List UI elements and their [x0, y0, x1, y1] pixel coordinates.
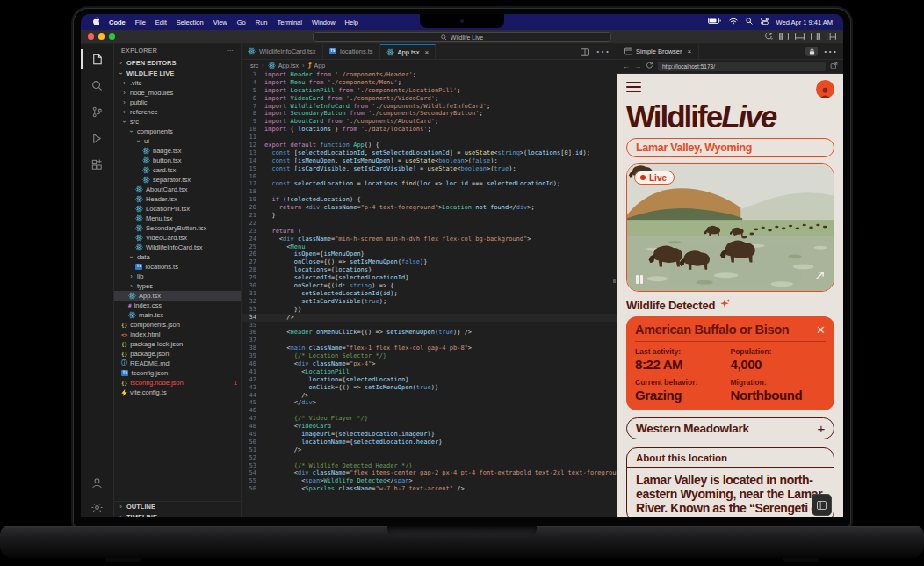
code-line-3[interactable]: 3import Header from './components/Header… [242, 71, 617, 79]
tree-item-ui[interactable]: ›ui [114, 136, 241, 146]
code-line-7[interactable]: 7import WildlifeInfoCard from './compone… [242, 103, 617, 111]
code-line-44[interactable]: 44 /> [242, 392, 617, 400]
code-line-24[interactable]: 24 <div className="min-h-screen min-h-dv… [242, 236, 617, 243]
close-window-button[interactable] [88, 33, 94, 40]
code-line-50[interactable]: 50 locationName={selectedLocation.header… [242, 439, 617, 446]
breadcrumb-App[interactable]: ƒApp [307, 62, 325, 69]
code-line-13[interactable]: 13 const [selectedLocationId, setSelecte… [242, 149, 617, 157]
spotlight-search-icon[interactable] [746, 18, 753, 26]
tree-item-data[interactable]: ›data [114, 252, 241, 262]
menu-go[interactable]: Go [237, 18, 246, 26]
lock-icon[interactable] [805, 47, 818, 56]
code-line-56[interactable]: 56 <Sparkles className="w-7 h-7 text-acc… [242, 485, 617, 493]
breadcrumb-App.tsx[interactable]: App.tsx [268, 62, 299, 69]
code-line-51[interactable]: 51 /> [242, 446, 617, 454]
tree-item-card.tsx[interactable]: card.tsx [114, 165, 241, 175]
tree-item-components[interactable]: ›components [114, 127, 241, 136]
code-line-21[interactable]: 21 } [242, 212, 617, 220]
code-line-49[interactable]: 49 imageUrl={selectedLocation.imageUrl} [242, 431, 617, 439]
code-line-29[interactable]: 29 selectedId={selectedLocationId} [242, 274, 617, 282]
code-line-43[interactable]: 43 onClick={() => setIsMenuOpen(true)} [242, 384, 617, 392]
tab-simple-browser[interactable]: Simple Browser × [617, 44, 699, 59]
floating-layout-button[interactable] [812, 494, 832, 516]
explorer-actions-icon[interactable]: ⋯ [227, 47, 234, 54]
breadcrumb[interactable]: src›App.tsx›ƒApp [242, 60, 617, 70]
tree-item-App.tsx[interactable]: App.tsx [114, 291, 241, 301]
code-line-41[interactable]: 41 <LocationPill [242, 368, 617, 376]
settings-gear-icon[interactable] [81, 499, 114, 515]
code-line-10[interactable]: 10import { locations } from './data/loca… [242, 126, 617, 134]
code-line-5[interactable]: 5import LocationPill from './components/… [242, 87, 617, 95]
code-line-4[interactable]: 4import Menu from './components/Menu'; [242, 79, 617, 87]
search-icon[interactable] [81, 77, 114, 93]
browser-back-icon[interactable]: ← [623, 62, 630, 70]
code-line-23[interactable]: 23 return ( [242, 228, 617, 236]
code-line-30[interactable]: 30 onSelect={(id: string) => { [242, 282, 617, 290]
tree-item-index.css[interactable]: #index.css [114, 301, 241, 310]
tree-item-Menu.tsx[interactable]: Menu.tsx [114, 214, 241, 223]
code-line-55[interactable]: 55 <span>Wildlife Detected</span> [242, 477, 617, 485]
tree-item-package-lock.json[interactable]: {}package-lock.json [114, 339, 241, 349]
tree-item-tsconfig.node.json[interactable]: {}tsconfig.node.json1 [114, 378, 241, 388]
code-line-26[interactable]: 26 isOpen={isMenuOpen} [242, 250, 617, 258]
code-line-22[interactable]: 22 [242, 220, 617, 228]
scrollbar-thumb[interactable] [613, 279, 616, 283]
tree-item-src[interactable]: ›src [114, 117, 241, 127]
menu-view[interactable]: View [213, 18, 227, 26]
run-debug-icon[interactable] [81, 130, 114, 146]
apple-menu-icon[interactable] [91, 17, 99, 28]
code-line-54[interactable]: 54 <div className="flex items-center gap… [242, 469, 617, 477]
menu-terminal[interactable]: Terminal [278, 18, 302, 26]
menu-window[interactable]: Window [312, 18, 336, 26]
minimize-window-button[interactable] [98, 33, 105, 40]
tree-item-public[interactable]: ›public [114, 98, 241, 107]
tree-item-AboutCard.tsx[interactable]: AboutCard.tsx [114, 185, 241, 194]
menubar-clock[interactable]: Wed Apr 1 9:41 AM [776, 18, 833, 26]
browser-forward-icon[interactable]: → [634, 62, 641, 70]
tab-WildlifeInfoCard.tsx[interactable]: WildlifeInfoCard.tsx [242, 44, 323, 59]
tab-locations.ts[interactable]: TSlocations.ts [323, 44, 380, 59]
tree-item-button.tsx[interactable]: button.tsx [114, 156, 241, 165]
close-card-icon[interactable]: ✕ [816, 324, 826, 336]
source-control-icon[interactable] [81, 104, 114, 120]
code-line-27[interactable]: 27 onClose={() => setIsMenuOpen(false)} [242, 258, 617, 266]
location-pill-button[interactable]: Lamar Valley, Wyoming [626, 138, 834, 157]
hamburger-menu-icon[interactable] [626, 80, 641, 92]
tree-item-locations.ts[interactable]: TSlocations.ts [114, 262, 241, 272]
tree-item-node_modules[interactable]: ›node_modules [114, 88, 241, 98]
browser-reload-icon[interactable] [646, 62, 653, 71]
code-line-52[interactable]: 52 [242, 454, 617, 462]
browser-more-actions-icon[interactable]: ⋯ [823, 43, 837, 60]
code-line-25[interactable]: 25 <Menu [242, 243, 617, 251]
menu-edit[interactable]: Edit [155, 18, 167, 26]
timeline-section[interactable]: › TIMELINE [114, 512, 241, 517]
menu-code[interactable]: Code [109, 18, 126, 26]
code-line-32[interactable]: 32 setIsCardVisible(true); [242, 298, 617, 306]
code-line-53[interactable]: 53 {/* Wildlife Detected Header */} [242, 462, 617, 470]
code-line-48[interactable]: 48 <VideoCard [242, 423, 617, 431]
expand-icon[interactable] [815, 268, 825, 284]
extensions-icon[interactable] [81, 156, 114, 172]
sync-refresh-icon[interactable] [764, 32, 773, 40]
tree-item-separator.tsx[interactable]: separator.tsx [114, 175, 241, 185]
control-center-icon[interactable] [761, 18, 769, 26]
code-line-20[interactable]: 20 return <div className="p-4 text-foreg… [242, 204, 617, 212]
code-line-36[interactable]: 36 <Header onMenuClick={() => setIsMenuO… [242, 329, 617, 337]
tree-item-Header.tsx[interactable]: Header.tsx [114, 194, 241, 204]
code-line-42[interactable]: 42 location={selectedLocation} [242, 376, 617, 384]
code-line-15[interactable]: 15 const [isCardVisible, setIsCardVisibl… [242, 165, 617, 173]
code-line-38[interactable]: 38 <main className="flex-1 flex flex-col… [242, 345, 617, 352]
tree-item-badge.tsx[interactable]: badge.tsx [114, 146, 241, 156]
code-editor[interactable]: 3import Header from './components/Header… [242, 70, 617, 517]
code-line-28[interactable]: 28 locations={locations} [242, 266, 617, 274]
code-line-39[interactable]: 39 {/* Location Selector */} [242, 352, 617, 360]
wifi-icon[interactable] [729, 18, 738, 26]
tree-item-main.tsx[interactable]: main.tsx [114, 310, 241, 320]
command-center-search[interactable]: Wildlife Live [313, 32, 611, 42]
url-input[interactable]: http://localhost:5173/ [658, 62, 826, 71]
toggle-panel-icon[interactable] [795, 33, 805, 40]
tree-item-README.md[interactable]: ⓘREADME.md [114, 359, 241, 368]
tree-item-SecondaryButton.tsx[interactable]: SecondaryButton.tsx [114, 223, 241, 233]
code-line-33[interactable]: 33 }} [242, 306, 617, 314]
code-line-8[interactable]: 8import SecondaryButton from './componen… [242, 110, 617, 118]
